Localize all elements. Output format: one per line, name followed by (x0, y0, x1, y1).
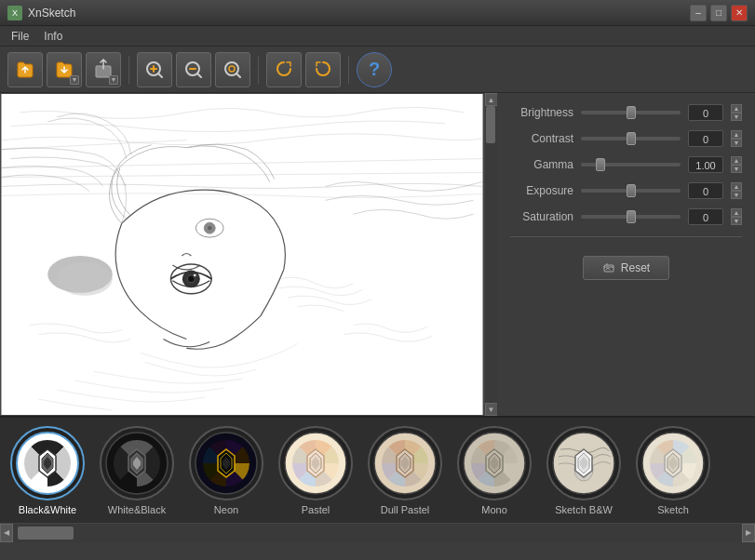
contrast-down[interactable]: ▼ (731, 139, 742, 147)
preset-neon-image (189, 426, 263, 500)
preset-whiteblack-image (100, 426, 174, 500)
preset-sketch-bw-label: Sketch B&W (555, 504, 613, 515)
menu-info[interactable]: Info (36, 28, 70, 45)
app-title: XnSketch (28, 7, 75, 20)
preset-pastel[interactable]: Pastel (274, 426, 357, 515)
contrast-arrows: ▲ ▼ (731, 130, 742, 147)
exposure-slider[interactable] (581, 189, 681, 193)
preset-sketch-image (636, 426, 710, 500)
gamma-thumb[interactable] (596, 158, 605, 171)
preset-blackwhite-label: Black&White (19, 504, 76, 515)
divider (510, 236, 742, 237)
saturation-label: Saturation (510, 210, 573, 223)
help-button[interactable]: ? (357, 52, 392, 87)
gamma-up[interactable]: ▲ (731, 156, 742, 165)
preset-blackwhite-image (10, 426, 85, 500)
preset-sketch[interactable]: Sketch (631, 426, 715, 515)
close-button[interactable]: ✕ (731, 5, 748, 21)
contrast-up[interactable]: ▲ (731, 130, 742, 139)
window-controls: – □ ✕ (690, 5, 748, 21)
exposure-arrows: ▲ ▼ (731, 182, 742, 199)
rotate-ccw-button[interactable] (305, 52, 341, 87)
saturation-value[interactable]: 0 (688, 208, 723, 225)
app-icon: X (7, 6, 22, 20)
toolbar: ▼ ▼ (0, 47, 755, 93)
scroll-right-button[interactable]: ▶ (742, 524, 755, 542)
export-button[interactable]: ▼ (86, 52, 121, 87)
exposure-row: Exposure 0 ▲ ▼ (510, 180, 742, 201)
reset-label: Reset (621, 261, 650, 274)
separator-2 (258, 56, 259, 84)
preset-dull-pastel-image (368, 426, 442, 500)
svg-point-17 (57, 262, 113, 296)
menu-file[interactable]: File (4, 28, 36, 45)
scroll-thumb-horizontal[interactable] (18, 527, 74, 540)
reset-button[interactable]: Reset (583, 256, 669, 280)
saturation-down[interactable]: ▼ (731, 217, 742, 225)
preset-blackwhite[interactable]: Black&White (6, 426, 89, 515)
saturation-arrows: ▲ ▼ (731, 208, 742, 225)
contrast-value[interactable]: 0 (688, 130, 723, 147)
sketch-image (1, 94, 483, 415)
preset-whiteblack-label: White&Black (108, 504, 166, 515)
rotate-cw-button[interactable] (266, 52, 302, 87)
preset-dull-pastel[interactable]: Dull Pastel (363, 426, 447, 515)
vertical-scrollbar[interactable]: ▲ ▼ (484, 93, 497, 416)
gamma-arrows: ▲ ▼ (731, 156, 742, 173)
preset-neon[interactable]: Neon (184, 426, 268, 515)
separator-3 (348, 56, 349, 84)
open-file-button[interactable] (7, 52, 43, 87)
exposure-value[interactable]: 0 (688, 182, 723, 199)
svg-point-15 (207, 225, 212, 231)
preset-mono[interactable]: Mono (452, 426, 536, 515)
gamma-value[interactable]: 1.00 (688, 156, 723, 173)
preset-whiteblack[interactable]: White&Black (95, 426, 179, 515)
menu-bar: File Info (0, 26, 755, 47)
svg-point-12 (193, 273, 196, 277)
fit-button[interactable] (215, 52, 250, 87)
preset-dull-pastel-label: Dull Pastel (381, 504, 430, 515)
contrast-thumb[interactable] (627, 132, 636, 145)
brightness-up[interactable]: ▲ (731, 104, 742, 113)
gamma-slider[interactable] (581, 163, 681, 167)
reset-icon (602, 261, 615, 274)
saturation-slider[interactable] (581, 215, 681, 219)
saturation-row: Saturation 0 ▲ ▼ (510, 207, 742, 227)
saturation-thumb[interactable] (627, 210, 636, 223)
zoom-out-button[interactable] (176, 52, 211, 87)
preset-neon-label: Neon (214, 504, 238, 515)
scroll-track-horizontal[interactable] (13, 524, 742, 542)
preset-pastel-label: Pastel (302, 504, 330, 515)
gamma-down[interactable]: ▼ (731, 165, 742, 173)
title-bar: X XnSketch – □ ✕ (0, 0, 755, 26)
horizontal-scrollbar[interactable]: ◀ ▶ (0, 523, 755, 541)
preset-mono-label: Mono (481, 504, 507, 515)
brightness-value[interactable]: 0 (688, 104, 723, 121)
preset-sketch-label: Sketch (657, 504, 689, 515)
scroll-track-vertical[interactable] (485, 106, 498, 403)
brightness-down[interactable]: ▼ (731, 113, 742, 121)
preset-mono-image (457, 426, 532, 500)
exposure-thumb[interactable] (627, 184, 636, 197)
scroll-down-button[interactable]: ▼ (485, 403, 498, 416)
gamma-label: Gamma (510, 158, 573, 171)
brightness-thumb[interactable] (627, 106, 636, 119)
brightness-slider[interactable] (581, 111, 681, 114)
exposure-down[interactable]: ▼ (731, 191, 742, 199)
maximize-button[interactable]: □ (710, 5, 727, 21)
scroll-left-button[interactable]: ◀ (0, 524, 13, 542)
svg-rect-5 (1, 94, 482, 415)
scroll-up-button[interactable]: ▲ (485, 93, 498, 106)
minimize-button[interactable]: – (690, 5, 707, 21)
separator-1 (128, 56, 129, 84)
save-file-button[interactable]: ▼ (47, 52, 82, 87)
saturation-up[interactable]: ▲ (731, 208, 742, 217)
contrast-slider[interactable] (581, 137, 681, 140)
zoom-in-button[interactable] (137, 52, 172, 87)
exposure-up[interactable]: ▲ (731, 182, 742, 191)
gamma-row: Gamma 1.00 ▲ ▼ (510, 154, 742, 175)
scroll-thumb-vertical[interactable] (486, 106, 495, 143)
right-panel: Brightness 0 ▲ ▼ Contrast 0 ▲ ▼ Gamma (497, 93, 755, 416)
preset-sketch-bw[interactable]: Sketch B&W (542, 426, 626, 515)
image-canvas[interactable] (0, 93, 484, 416)
